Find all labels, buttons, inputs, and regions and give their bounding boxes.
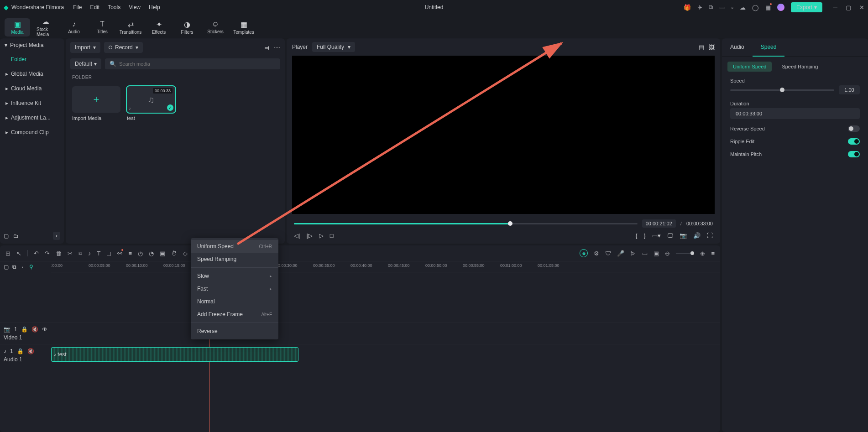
reverse-speed-toggle[interactable]: [848, 125, 860, 132]
selection-tool-icon[interactable]: ↖: [16, 250, 21, 257]
prev-frame-button[interactable]: ◁|: [294, 232, 300, 239]
zoom-slider[interactable]: [676, 253, 694, 254]
media-clip-test[interactable]: 00:00:33 ♫ ♪ ✓ test: [127, 86, 175, 121]
step-back-button[interactable]: |▷: [306, 232, 312, 239]
mark-out-button[interactable]: }: [644, 232, 646, 239]
import-media-card[interactable]: + Import Media: [72, 86, 120, 121]
sidebar-adjustment-layer[interactable]: ▸Adjustment La...: [0, 110, 64, 125]
delete-button[interactable]: 🗑: [56, 250, 62, 257]
inspector-tab-audio[interactable]: Audio: [722, 38, 753, 57]
text-tool-icon[interactable]: T: [97, 250, 101, 257]
volume-icon[interactable]: 🔊: [693, 232, 701, 239]
timeline-audio-clip[interactable]: ♪ test: [51, 347, 298, 362]
import-dropdown[interactable]: Import▾: [70, 42, 100, 53]
menu-view[interactable]: View: [129, 4, 141, 10]
menu-speed-ramping[interactable]: Speed Ramping: [191, 253, 278, 265]
close-button[interactable]: ✕: [859, 4, 864, 11]
layout-icon[interactable]: ⊞: [5, 250, 10, 257]
subtab-speed-ramping[interactable]: Speed Ramping: [776, 62, 823, 72]
menu-edit[interactable]: Edit: [90, 4, 100, 10]
more-icon[interactable]: ⋯: [274, 44, 280, 51]
snap-icon[interactable]: ▢: [4, 264, 9, 270]
display-icon[interactable]: 🖵: [667, 232, 673, 239]
duration-input[interactable]: 00:00:33:00: [730, 108, 860, 119]
redo-button[interactable]: ↷: [45, 250, 50, 257]
zoom-in-button[interactable]: ⊕: [700, 250, 705, 257]
avatar-icon[interactable]: [777, 4, 784, 11]
mute-icon[interactable]: 🔇: [31, 326, 38, 333]
tab-audio[interactable]: ♪Audio: [61, 18, 87, 36]
sidebar-project-media[interactable]: ▾Project Media: [0, 38, 64, 52]
tab-titles[interactable]: TTitles: [89, 18, 115, 36]
minimize-button[interactable]: ─: [833, 4, 837, 11]
monitor-icon[interactable]: ▭: [719, 4, 725, 11]
stop-button[interactable]: □: [330, 232, 334, 239]
record-dropdown[interactable]: Record▾: [104, 42, 143, 53]
split-button[interactable]: ✂: [68, 250, 73, 257]
tab-transitions[interactable]: ⇄Transitions: [118, 18, 143, 36]
timeline-ruler[interactable]: :00:00 00:00:05:00 00:00:10:00 00:00:15:…: [51, 261, 720, 272]
sort-dropdown[interactable]: Default▾: [70, 58, 101, 69]
speed-value[interactable]: 1.00: [839, 85, 860, 94]
crop-button[interactable]: ⧈: [78, 250, 82, 257]
menu-uniform-speed[interactable]: Uniform SpeedCtrl+R: [191, 240, 278, 253]
player-scrubber[interactable]: [294, 223, 638, 224]
play-button[interactable]: ▷: [319, 232, 324, 239]
maximize-button[interactable]: ▢: [846, 4, 851, 11]
mark-in-button[interactable]: {: [635, 232, 637, 239]
ai-tool-icon[interactable]: ☻: [580, 249, 588, 257]
gift-icon[interactable]: 🎁: [684, 4, 691, 11]
undo-button[interactable]: ↶: [34, 250, 39, 257]
menu-reverse[interactable]: Reverse: [191, 325, 278, 338]
eye-icon[interactable]: 👁: [42, 326, 47, 333]
tab-templates[interactable]: ▦Templates: [231, 18, 256, 36]
inspector-tab-speed[interactable]: Speed: [753, 38, 785, 57]
compare-icon[interactable]: ▤: [699, 44, 704, 51]
sidebar-global-media[interactable]: ▸Global Media: [0, 67, 64, 81]
menu-add-freeze-frame[interactable]: Add Freeze FrameAlt+F: [191, 308, 278, 321]
sidebar-compound-clip[interactable]: ▸Compound Clip: [0, 125, 64, 140]
link-icon[interactable]: ⧉: [12, 264, 16, 270]
mic-icon[interactable]: 🎤: [617, 250, 624, 257]
save-icon[interactable]: ▫: [731, 4, 733, 11]
shield-icon[interactable]: 🛡: [605, 250, 611, 257]
subtab-uniform-speed[interactable]: Uniform Speed: [727, 62, 772, 72]
new-folder-icon[interactable]: ▢: [4, 233, 9, 239]
snapshot-icon[interactable]: 🖼: [709, 44, 715, 51]
video-track-header[interactable]: 📷1🔒🔇👁 Video 1: [0, 323, 51, 344]
lock-icon[interactable]: 🔒: [21, 326, 28, 333]
folder-icon[interactable]: 🗀: [13, 233, 19, 239]
speed-slider[interactable]: [730, 89, 834, 91]
tab-effects[interactable]: ✦Effects: [146, 18, 172, 36]
tab-stock-media[interactable]: ☁Stock Media: [33, 16, 58, 39]
current-timecode[interactable]: 00:00:21:02: [642, 219, 676, 228]
pip-icon[interactable]: ▭: [642, 250, 648, 257]
timer-tool-icon[interactable]: ⏱: [171, 250, 177, 257]
screenshot-icon[interactable]: ⧉: [709, 4, 713, 11]
capture-icon[interactable]: 📷: [680, 232, 687, 239]
audio-tool-icon[interactable]: ♪: [88, 250, 91, 257]
aspect-dropdown[interactable]: ▭▾: [652, 232, 661, 239]
tab-stickers[interactable]: ☺Stickers: [203, 18, 228, 36]
mute-icon[interactable]: 🔇: [27, 348, 34, 354]
keyframe-tool-icon[interactable]: ◇: [183, 250, 188, 257]
sidebar-cloud-media[interactable]: ▸Cloud Media: [0, 81, 64, 96]
export-button[interactable]: Export ▾: [791, 2, 822, 12]
detach-tool-icon[interactable]: ≡: [128, 250, 132, 257]
menu-file[interactable]: File: [73, 4, 82, 10]
auto-icon[interactable]: ⚲: [29, 264, 33, 270]
color-tool-icon[interactable]: ◔: [149, 250, 154, 257]
tab-filters[interactable]: ◑Filters: [174, 18, 200, 36]
cloud-icon[interactable]: ☁: [740, 4, 746, 11]
sidebar-influence-kit[interactable]: ▸Influence Kit: [0, 96, 64, 110]
apps-icon[interactable]: ▦: [765, 4, 771, 11]
sidebar-folder[interactable]: Folder: [0, 52, 64, 67]
tab-media[interactable]: ▣Media: [5, 18, 30, 36]
speed-tool-icon[interactable]: ◷: [138, 250, 143, 257]
search-input[interactable]: 🔍: [105, 58, 280, 69]
audio-track-header[interactable]: ♪1🔒🔇 Audio 1: [0, 344, 51, 366]
mask-tool-icon[interactable]: ◻: [106, 250, 111, 257]
menu-tools[interactable]: Tools: [108, 4, 120, 10]
timeline-options-icon[interactable]: ≡: [711, 250, 715, 257]
lock-icon[interactable]: 🔒: [17, 348, 24, 354]
